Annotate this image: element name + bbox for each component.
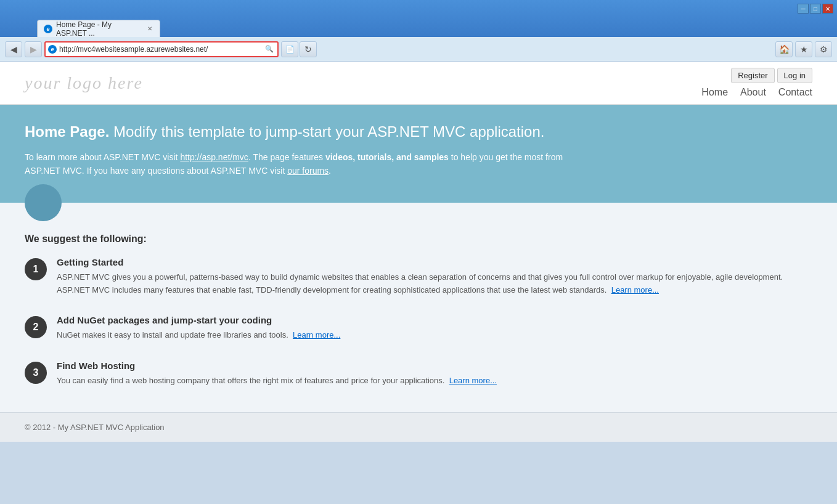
step-content-2: Add NuGet packages and jump-start your c…: [57, 315, 340, 342]
hero-circle-decoration: [25, 184, 62, 221]
nav-right-buttons: 🏠 ★ ⚙: [775, 41, 832, 57]
forward-button[interactable]: ▶: [25, 41, 42, 57]
step-list: 1 Getting Started ASP.NET MVC gives you …: [25, 257, 812, 388]
step-item-2: 2 Add NuGet packages and jump-start your…: [25, 315, 812, 342]
step-content-1: Getting Started ASP.NET MVC gives you a …: [57, 257, 812, 297]
nav-about[interactable]: About: [740, 87, 766, 98]
nav-extra-buttons: 📄 ↻: [281, 41, 317, 57]
suggest-heading: We suggest the following:: [25, 234, 812, 245]
website-content: your logo here Register Log in Home Abou…: [0, 62, 837, 504]
hero-forums-link[interactable]: our forums: [287, 166, 329, 176]
page-icon[interactable]: 📄: [281, 41, 298, 57]
hero-body-mid: . The page features: [248, 152, 325, 162]
nav-home[interactable]: Home: [701, 87, 728, 98]
step-number-3: 3: [25, 362, 47, 384]
hero-title-normal: Modify this template to jump-start your …: [109, 123, 544, 140]
favorites-icon[interactable]: ★: [795, 41, 812, 57]
step-desc-2: NuGet makes it easy to install and updat…: [57, 329, 340, 342]
site-header-right: Register Log in Home About Contact: [701, 68, 812, 98]
hero-body-bold: videos, tutorials, and samples: [325, 152, 449, 162]
learn-more-link-2[interactable]: Learn more...: [293, 330, 340, 339]
nav-contact[interactable]: Contact: [778, 87, 812, 98]
step-title-2: Add NuGet packages and jump-start your c…: [57, 315, 340, 325]
tab-favicon-icon: e: [44, 25, 52, 33]
tab-close-button[interactable]: ✕: [146, 25, 153, 33]
header-auth: Register Log in: [731, 68, 812, 83]
nav-toolbar: ◀ ▶ e 🔍 📄 ↻ 🏠 ★ ⚙: [0, 37, 837, 62]
close-button[interactable]: ✕: [822, 4, 833, 14]
learn-more-link-1[interactable]: Learn more...: [611, 285, 659, 295]
footer-text: © 2012 - My ASP.NET MVC Application: [25, 423, 165, 432]
step-item-1: 1 Getting Started ASP.NET MVC gives you …: [25, 257, 812, 297]
hero-body-intro: To learn more about ASP.NET MVC visit: [25, 152, 180, 162]
hero-body: To learn more about ASP.NET MVC visit ht…: [25, 150, 579, 178]
bottom-area: [0, 442, 837, 504]
step-content-3: Find Web Hosting You can easily find a w…: [57, 360, 497, 388]
browser-chrome: ─ □ ✕ e Home Page - My ASP.NET ... ✕: [0, 0, 837, 37]
address-search-icon[interactable]: 🔍: [264, 44, 275, 55]
title-bar: ─ □ ✕: [0, 0, 837, 17]
address-bar-container: e 🔍: [44, 41, 279, 57]
step-title-3: Find Web Hosting: [57, 360, 497, 371]
main-content: We suggest the following: 1 Getting Star…: [0, 203, 837, 412]
home-icon[interactable]: 🏠: [775, 41, 793, 57]
step-desc-3: You can easily find a web hosting compan…: [57, 375, 497, 388]
login-button[interactable]: Log in: [777, 68, 812, 83]
tab-title: Home Page - My ASP.NET ...: [56, 20, 140, 38]
tab-bar: e Home Page - My ASP.NET ... ✕: [0, 17, 837, 37]
refresh-button[interactable]: ↻: [300, 41, 317, 57]
step-number-2: 2: [25, 316, 47, 338]
settings-icon[interactable]: ⚙: [815, 41, 832, 57]
hero-title: Home Page. Modify this template to jump-…: [25, 123, 812, 140]
step-desc-1: ASP.NET MVC gives you a powerful, patter…: [57, 271, 812, 297]
step-item-3: 3 Find Web Hosting You can easily find a…: [25, 360, 812, 388]
step-number-1: 1: [25, 258, 47, 280]
maximize-button[interactable]: □: [810, 4, 821, 14]
hero-mvc-link[interactable]: http://asp.net/mvc: [180, 152, 248, 162]
address-favicon-icon: e: [48, 45, 57, 54]
learn-more-link-3[interactable]: Learn more...: [449, 376, 497, 385]
step-title-1: Getting Started: [57, 257, 812, 267]
site-nav: Home About Contact: [701, 87, 812, 98]
hero-body-period: .: [329, 166, 331, 176]
hero-title-bold: Home Page.: [25, 123, 109, 140]
hero-banner: Home Page. Modify this template to jump-…: [0, 105, 837, 203]
address-input[interactable]: [59, 45, 261, 54]
site-footer: © 2012 - My ASP.NET MVC Application: [0, 412, 837, 442]
back-button[interactable]: ◀: [5, 41, 22, 57]
site-logo: your logo here: [25, 73, 143, 93]
register-button[interactable]: Register: [731, 68, 774, 83]
site-header: your logo here Register Log in Home Abou…: [0, 62, 837, 105]
browser-tab[interactable]: e Home Page - My ASP.NET ... ✕: [37, 20, 160, 37]
window-controls: ─ □ ✕: [798, 4, 833, 14]
minimize-button[interactable]: ─: [798, 4, 809, 14]
